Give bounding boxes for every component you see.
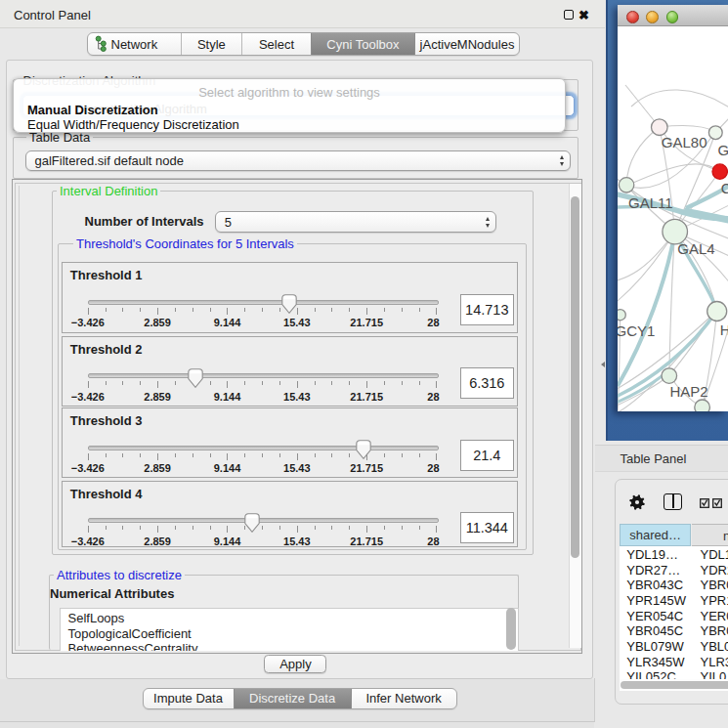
svg-text:GA: GA — [718, 142, 728, 158]
svg-text:H: H — [720, 321, 728, 338]
svg-text:HAP2: HAP2 — [669, 383, 707, 400]
svg-text:GAL4: GAL4 — [677, 240, 714, 257]
svg-text:GCY1: GCY1 — [618, 322, 655, 339]
svg-text:GAL80: GAL80 — [662, 134, 707, 150]
svg-text:GAL11: GAL11 — [628, 194, 673, 211]
svg-text:C: C — [721, 180, 728, 196]
